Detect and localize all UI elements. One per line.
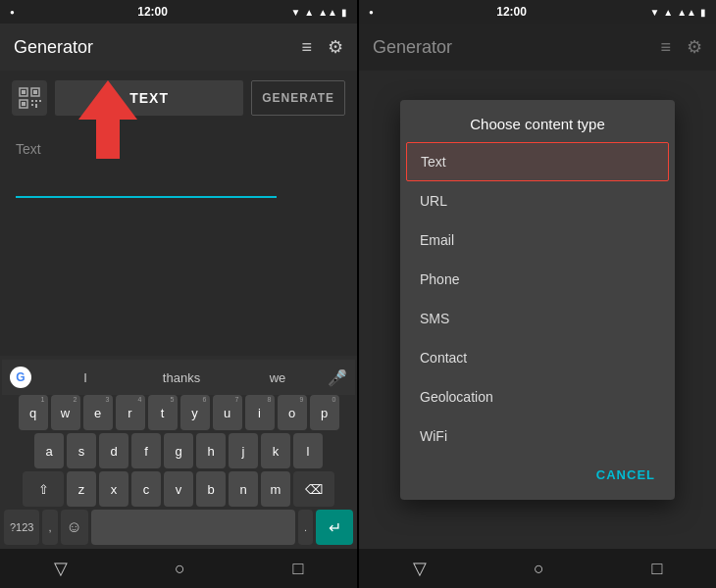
keyboard-bottom-row: ?123 , ☺ . ↵ xyxy=(2,510,355,545)
dialog-item-text[interactable]: Text xyxy=(406,142,669,181)
svg-rect-5 xyxy=(22,102,26,106)
google-logo: G xyxy=(10,367,31,388)
text-type-button[interactable]: TEXT xyxy=(55,80,243,116)
key-t[interactable]: t5 xyxy=(148,395,178,430)
key-q[interactable]: q1 xyxy=(19,395,48,430)
key-h[interactable]: h xyxy=(196,433,226,468)
key-numbers[interactable]: ?123 xyxy=(4,510,39,545)
back-button-right[interactable]: ▽ xyxy=(413,558,427,579)
battery-icon: ▮ xyxy=(341,7,347,18)
right-phone: ● 12:00 ▼ ▲ ▲▲ ▮ Generator ≡ ⚙ Choose co… xyxy=(359,0,716,588)
back-button[interactable]: ▽ xyxy=(54,558,68,579)
app-bar-actions-right: ≡ ⚙ xyxy=(660,36,702,58)
generate-button[interactable]: GENERATE xyxy=(251,80,345,116)
key-u[interactable]: u7 xyxy=(213,395,242,430)
list-icon-right: ≡ xyxy=(660,37,671,58)
dialog-item-url[interactable]: URL xyxy=(400,181,675,220)
svg-rect-6 xyxy=(31,100,33,102)
dialog-item-email[interactable]: Email xyxy=(400,220,675,260)
key-r[interactable]: r4 xyxy=(116,395,145,430)
shift-key[interactable]: ⇧ xyxy=(23,471,64,507)
key-i[interactable]: i8 xyxy=(245,395,275,430)
keyboard-row-1: q1 w2 e3 r4 t5 y6 u7 i8 o9 p0 xyxy=(2,395,355,430)
dialog-overlay: Choose content type Text URL Email Phone… xyxy=(359,71,716,549)
keyboard-row-2: a s d f g h j k l xyxy=(2,433,355,468)
key-space[interactable] xyxy=(91,510,295,545)
key-x[interactable]: x xyxy=(99,471,128,507)
key-p[interactable]: p0 xyxy=(310,395,339,430)
dialog-item-sms[interactable]: SMS xyxy=(400,299,675,338)
key-l[interactable]: l xyxy=(293,433,323,468)
signal-bars-icon-right: ▲▲ xyxy=(677,7,696,18)
left-phone: ● 12:00 ▼ ▲ ▲▲ ▮ Generator ≡ ⚙ xyxy=(0,0,357,588)
key-d[interactable]: d xyxy=(99,433,128,468)
key-m[interactable]: m xyxy=(261,471,290,507)
text-input-label[interactable]: Text xyxy=(16,141,341,157)
suggestion-3[interactable]: we xyxy=(231,370,324,385)
content-area-left: TEXT GENERATE Text xyxy=(0,71,357,356)
key-c[interactable]: c xyxy=(131,471,161,507)
enter-key[interactable]: ↵ xyxy=(316,510,353,545)
wifi-icon-right: ▲ xyxy=(663,7,673,18)
list-icon[interactable]: ≡ xyxy=(301,37,312,58)
content-area-right: Choose content type Text URL Email Phone… xyxy=(359,71,716,549)
nav-bar-right: ▽ ○ □ xyxy=(359,549,716,588)
battery-icon-right: ▮ xyxy=(700,7,706,18)
app-bar-right: Generator ≡ ⚙ xyxy=(359,24,716,71)
svg-rect-1 xyxy=(22,90,26,94)
dialog-item-wifi[interactable]: WiFi xyxy=(400,416,675,456)
recents-button[interactable]: □ xyxy=(292,559,303,579)
key-w[interactable]: w2 xyxy=(51,395,80,430)
settings-icon-right: ⚙ xyxy=(687,36,702,58)
svg-rect-3 xyxy=(33,90,37,94)
cancel-button[interactable]: CANCEL xyxy=(588,460,663,490)
key-g[interactable]: g xyxy=(164,433,193,468)
notification-icon: ● xyxy=(10,8,15,17)
signal-icon: ▼ xyxy=(290,7,300,18)
nav-bar-left: ▽ ○ □ xyxy=(0,549,357,588)
home-button[interactable]: ○ xyxy=(175,559,185,579)
key-k[interactable]: k xyxy=(261,433,290,468)
key-s[interactable]: s xyxy=(67,433,96,468)
key-o[interactable]: o9 xyxy=(278,395,307,430)
app-bar-left: Generator ≡ ⚙ xyxy=(0,24,357,71)
suggestion-2[interactable]: thanks xyxy=(135,370,228,385)
key-v[interactable]: v xyxy=(164,471,193,507)
key-y[interactable]: y6 xyxy=(180,395,210,430)
key-e[interactable]: e3 xyxy=(83,395,113,430)
status-bar-left: ● 12:00 ▼ ▲ ▲▲ ▮ xyxy=(0,0,357,24)
content-type-dialog: Choose content type Text URL Email Phone… xyxy=(400,100,675,500)
key-a[interactable]: a xyxy=(34,433,64,468)
status-bar-right: ● 12:00 ▼ ▲ ▲▲ ▮ xyxy=(359,0,716,24)
dialog-title: Choose content type xyxy=(400,100,675,142)
app-title-right: Generator xyxy=(373,37,452,58)
text-input-area: Text xyxy=(0,125,357,356)
key-comma[interactable]: , xyxy=(42,510,57,545)
settings-icon[interactable]: ⚙ xyxy=(328,36,343,58)
key-n[interactable]: n xyxy=(229,471,258,507)
app-title-left: Generator xyxy=(14,37,93,58)
signal-battery-icons-right: ▼ ▲ ▲▲ ▮ xyxy=(649,7,706,18)
home-button-right[interactable]: ○ xyxy=(534,559,544,579)
keyboard-row-3: ⇧ z x c v b n m ⌫ xyxy=(2,471,355,507)
recents-button-right[interactable]: □ xyxy=(651,559,662,579)
mic-icon[interactable]: 🎤 xyxy=(328,368,347,387)
key-z[interactable]: z xyxy=(67,471,96,507)
dialog-item-phone[interactable]: Phone xyxy=(400,260,675,299)
delete-key[interactable]: ⌫ xyxy=(293,471,334,507)
key-emoji[interactable]: ☺ xyxy=(61,510,88,545)
key-j[interactable]: j xyxy=(229,433,258,468)
key-b[interactable]: b xyxy=(196,471,226,507)
dialog-item-contact[interactable]: Contact xyxy=(400,338,675,377)
time-left: 12:00 xyxy=(137,5,168,19)
key-f[interactable]: f xyxy=(131,433,161,468)
keyboard: G I thanks we 🎤 q1 w2 e3 r4 t5 y6 u7 i8 … xyxy=(0,356,357,549)
svg-rect-10 xyxy=(39,100,41,102)
suggestion-1[interactable]: I xyxy=(39,370,131,385)
input-underline xyxy=(16,196,277,198)
key-period[interactable]: . xyxy=(298,510,313,545)
signal-bars-icon: ▲▲ xyxy=(318,7,337,18)
qr-icon-box[interactable] xyxy=(12,80,47,116)
notification-icons: ● xyxy=(10,8,15,17)
dialog-item-geolocation[interactable]: Geolocation xyxy=(400,377,675,416)
